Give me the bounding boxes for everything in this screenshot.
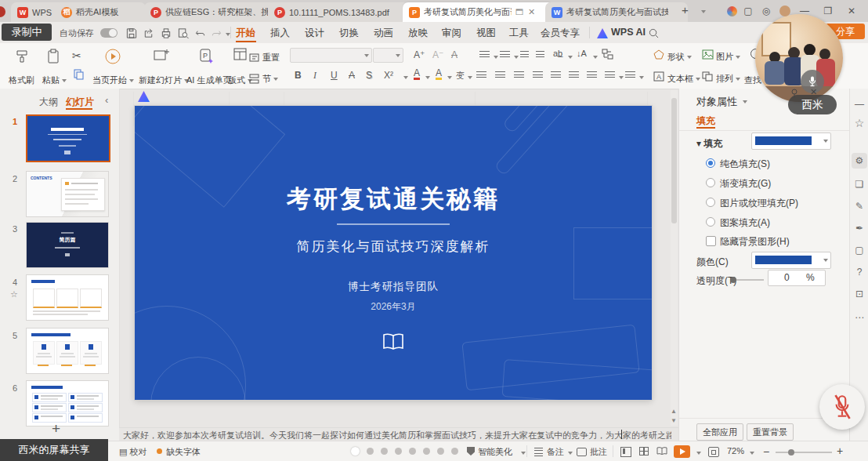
textbox-button[interactable]: 文本框 — [667, 73, 700, 85]
speaker-notes-text[interactable]: 大家好，欢迎参加本次考研复试培训。今天我们将一起探讨如何通过美化简历和掌握面试技… — [123, 430, 671, 441]
notes-strip[interactable]: 大家好，欢迎参加本次考研复试培训。今天我们将一起探讨如何通过美化简历和掌握面试技… — [119, 427, 678, 441]
numbering-icon[interactable] — [500, 51, 510, 60]
superscript-button[interactable]: X² — [384, 70, 393, 81]
notes-button[interactable]: 备注 — [547, 446, 564, 458]
text-direction-icon[interactable]: ab̲ — [553, 49, 562, 58]
close-button[interactable]: ✕ — [844, 4, 859, 18]
texture-fill-label[interactable]: 图片或纹理填充(P) — [720, 197, 798, 210]
minimize-button[interactable]: — — [797, 4, 812, 18]
favorites-icon[interactable]: ☆ — [852, 115, 867, 131]
new-tab-button[interactable]: + — [682, 3, 689, 16]
line-spacing-icon[interactable] — [605, 71, 615, 80]
font-family-select[interactable] — [290, 48, 372, 63]
slide-thumbnail-1[interactable] — [26, 114, 110, 162]
font-color-caret-icon[interactable] — [425, 76, 430, 79]
add-slide-button[interactable]: + — [52, 420, 60, 437]
texture-fill-radio[interactable] — [706, 198, 715, 207]
section-button[interactable]: 节 — [249, 73, 278, 85]
zoom-level[interactable]: 72% — [727, 446, 744, 456]
proofread-button[interactable]: ▤ 校对 — [119, 446, 146, 458]
zoom-slider-knob[interactable] — [788, 449, 794, 456]
solid-fill-label[interactable]: 纯色填充(S) — [720, 158, 770, 171]
slide-title[interactable]: 考研复试通关秘籍 — [135, 183, 652, 216]
fill-color-dropdown[interactable] — [751, 132, 831, 150]
help-icon[interactable]: ? — [852, 264, 867, 280]
edit-pen-icon[interactable]: ✎ — [852, 198, 867, 214]
slide-dot-active[interactable] — [351, 447, 360, 456]
text-effect-button[interactable]: 变 — [456, 70, 465, 82]
normal-view-icon[interactable] — [620, 447, 631, 457]
menu-design[interactable]: 设计 — [305, 27, 324, 40]
decrease-indent-icon[interactable] — [520, 51, 529, 60]
print-preview-icon[interactable] — [177, 27, 190, 39]
underline-button[interactable]: U — [331, 70, 338, 81]
missing-font-button[interactable]: 缺失字体 — [166, 446, 201, 458]
pattern-fill-radio[interactable] — [706, 217, 715, 227]
restore-button[interactable]: ❐ — [821, 4, 835, 18]
increase-indent-icon[interactable] — [536, 51, 544, 60]
hide-background-label[interactable]: 隐藏背景图形(H) — [720, 235, 790, 249]
slide-dot[interactable] — [423, 448, 430, 455]
theme-icon[interactable] — [725, 4, 739, 18]
ai-generate-button[interactable]: AI 生成单页 — [186, 74, 231, 86]
font-size-select[interactable] — [373, 48, 403, 63]
undo-icon[interactable] — [194, 27, 207, 39]
pattern-fill-label[interactable]: 图案填充(A) — [720, 216, 770, 230]
print-icon[interactable] — [160, 27, 172, 39]
scroll-up-icon[interactable]: ▲ — [671, 408, 677, 415]
fit-to-window-icon[interactable] — [708, 447, 719, 457]
menu-wps-ai[interactable]: WPS AI — [611, 27, 646, 38]
paste-icon[interactable] — [45, 49, 61, 64]
hide-background-checkbox[interactable] — [706, 236, 716, 246]
picture-icon[interactable] — [702, 49, 714, 60]
collapse-panel-icon[interactable]: ‹ — [105, 94, 108, 106]
tab-pdf-esg[interactable]: P 供应链ESG：研究框架、挑战与未来 — [144, 2, 276, 22]
slide-subtitle[interactable]: 简历美化与面试技巧深度解析 — [135, 238, 652, 256]
align-left-icon[interactable] — [476, 71, 486, 80]
shapes-icon[interactable] — [653, 49, 664, 60]
font-color-button[interactable]: A — [414, 69, 420, 80]
transparency-input[interactable]: 0 % — [768, 270, 826, 286]
slide-thumbnail-4[interactable] — [26, 274, 109, 321]
tab-list-caret-icon[interactable] — [701, 10, 706, 13]
ai-assistant-icon[interactable] — [138, 91, 150, 102]
reset-background-button[interactable]: 重置背景 — [747, 423, 794, 441]
decrease-spacing-icon[interactable] — [587, 71, 597, 80]
crop-frame-icon[interactable]: ▢ — [852, 242, 867, 258]
tab-pdf-poms[interactable]: P 10.1111_POMS.13483.pdf — [268, 2, 410, 22]
shrink-font-button[interactable]: A⁻ — [432, 49, 443, 60]
slide-dot[interactable] — [409, 448, 416, 455]
gradient-fill-label[interactable]: 渐变填充(G) — [720, 177, 771, 191]
new-slide-button[interactable]: 新建幻灯片 — [139, 74, 189, 86]
slide-canvas[interactable]: 考研复试通关秘籍 简历美化与面试技巧深度解析 博士考研指导团队 2026年3月 — [135, 106, 652, 400]
highlight-caret-icon[interactable] — [447, 76, 452, 79]
slide-dot[interactable] — [395, 448, 402, 455]
slide-thumbnail-3[interactable]: 简历篇 — [26, 222, 109, 268]
text-shadow-button[interactable]: S — [366, 70, 372, 81]
reset-slide-button[interactable]: 重置 — [249, 52, 280, 64]
pin-icon[interactable] — [790, 89, 799, 98]
tab-current-presentation[interactable]: P 考研复试简历美化与面试技巧 🗔 ✕ — [403, 2, 553, 22]
arrange-icon[interactable] — [702, 71, 714, 82]
slideshow-play-button[interactable] — [674, 445, 690, 458]
properties-icon[interactable]: ⚙ — [852, 153, 867, 169]
menu-insert[interactable]: 插入 — [270, 27, 290, 40]
tools-icon[interactable]: ✒ — [852, 220, 867, 236]
outline-tab[interactable]: 大纲 — [39, 96, 58, 109]
zoom-in-button[interactable]: + — [837, 445, 843, 457]
gradient-fill-radio[interactable] — [706, 178, 715, 187]
muted-mic-button[interactable] — [819, 384, 865, 430]
italic-button[interactable]: I — [313, 70, 316, 82]
slide-date[interactable]: 2026年3月 — [135, 300, 652, 314]
slide-thumbnail-6[interactable] — [26, 380, 109, 427]
comment-button[interactable]: 批注 — [590, 446, 607, 458]
ai-generate-icon[interactable]: P — [198, 48, 214, 64]
scroll-down-icon[interactable]: ▼ — [671, 417, 677, 424]
highlight-color-button[interactable]: A — [436, 69, 442, 80]
menu-view[interactable]: 视图 — [476, 27, 496, 40]
transparency-slider-track[interactable] — [732, 279, 764, 281]
paste-button[interactable]: 粘贴 — [42, 74, 67, 86]
slide-thumbnail-2[interactable]: CONTENTS — [26, 171, 109, 217]
menu-membership[interactable]: 会员专享 — [541, 27, 580, 40]
bullets-icon[interactable] — [479, 51, 490, 60]
